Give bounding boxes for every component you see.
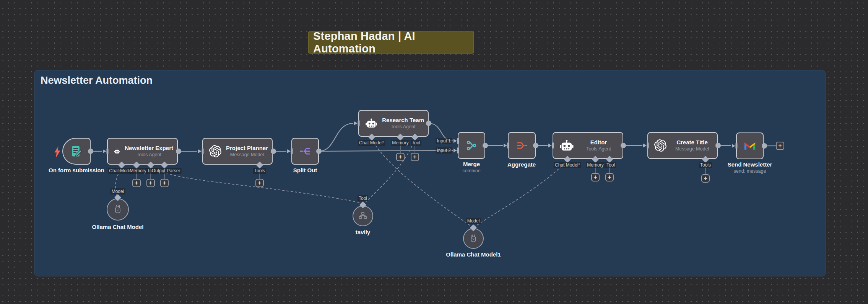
node-title: Project Planner [226, 145, 268, 152]
input-port [358, 120, 360, 126]
node-subtitle: Tools Agent [382, 124, 424, 130]
openai-icon [654, 139, 666, 152]
output-port[interactable] [715, 143, 721, 148]
robot-icon [559, 139, 574, 152]
node-subtitle: Tools Agent [579, 146, 619, 152]
node-subtitle: Message Model [671, 146, 713, 152]
add-tool-button[interactable]: + [605, 173, 614, 181]
node-project-planner[interactable]: Project Planner Message Model [202, 138, 273, 165]
input-arrow [548, 144, 552, 147]
add-tool-button[interactable]: + [146, 179, 155, 187]
add-tool-button[interactable]: + [411, 153, 419, 161]
llama-icon [468, 234, 478, 244]
input-port [457, 138, 459, 144]
node-title: Newsletter Expert [125, 145, 173, 152]
node-subtitle: Message Model [226, 152, 268, 158]
output-port[interactable] [88, 149, 93, 154]
editor-tool-chip: Tool [605, 162, 616, 168]
input-arrow [504, 144, 507, 147]
node-label-split-out: Split Out [293, 167, 317, 173]
node-editor[interactable]: Editor Tools Agent [553, 132, 623, 159]
chip-label: Chat Model [555, 162, 578, 168]
input-port [202, 148, 204, 154]
tavily-tool-chip: Tool [358, 195, 368, 201]
output-port[interactable] [176, 149, 181, 154]
connection-rt-tool-tavily[interactable] [366, 138, 415, 202]
input-arrow [454, 149, 457, 152]
add-node-button[interactable]: + [776, 142, 784, 150]
add-output-parser-button[interactable]: + [160, 179, 169, 187]
add-memory-button[interactable]: + [396, 153, 405, 161]
node-aggregate[interactable] [508, 132, 536, 159]
editor-memory-chip: Memory [586, 162, 605, 168]
connection-editor-chatmodel-ollama1[interactable] [476, 160, 567, 226]
output-port[interactable] [533, 143, 538, 148]
node-title: Create TItle [671, 139, 713, 146]
merge-input2-chip: Input 2 [436, 147, 452, 154]
robot-icon [114, 145, 120, 157]
input-arrow [732, 144, 735, 148]
output-port[interactable] [271, 149, 276, 154]
add-memory-button[interactable]: + [591, 173, 600, 181]
node-title: Editor [579, 139, 619, 146]
add-tool-button[interactable]: + [701, 174, 710, 183]
node-subtitle: Tools Agent [125, 152, 173, 158]
input-arrow [103, 149, 106, 153]
input-arrow [287, 149, 291, 153]
required-marker: * [382, 140, 384, 145]
node-label-merge: Merge [463, 161, 480, 167]
input-port [647, 142, 649, 149]
ollama-model-chip: Model [111, 188, 125, 194]
rt-memory-chip: Memory [391, 140, 410, 146]
workflow-canvas[interactable]: Stephan Hadan | AI Automation Newsletter… [0, 0, 868, 304]
input-port [107, 148, 109, 154]
output-port[interactable] [483, 143, 488, 148]
editor-chat-model-chip: Chat Model* [554, 162, 581, 168]
node-split-out[interactable] [291, 138, 319, 165]
node-label-aggregate: Aggregate [507, 161, 536, 168]
node-merge[interactable] [458, 132, 485, 159]
output-port[interactable] [316, 149, 322, 154]
aggregate-icon [515, 139, 528, 152]
add-memory-button[interactable]: + [132, 179, 141, 187]
node-ollama-chat-model1[interactable] [463, 228, 484, 249]
add-tool-button[interactable]: + [255, 179, 264, 187]
node-create-title[interactable]: Create TItle Message Model [647, 132, 718, 159]
llama-icon [112, 204, 123, 215]
output-port[interactable] [762, 143, 767, 149]
node-research-team[interactable]: Research Team Tools Agent [358, 110, 429, 137]
node-title: Research Team [382, 117, 424, 124]
node-label-ollama-chat-model1: Ollama Chat Model1 [446, 251, 501, 258]
node-on-form-submission[interactable] [62, 138, 91, 165]
required-marker: * [578, 162, 580, 168]
split-out-icon [299, 145, 312, 158]
node-newsletter-expert[interactable]: Newsletter Expert Tools Agent [107, 138, 178, 165]
node-sublabel-send-newsletter: send: message [734, 168, 766, 174]
node-send-newsletter[interactable] [736, 132, 764, 159]
input-port [736, 143, 738, 149]
input-arrow [354, 121, 358, 125]
node-tavily[interactable] [353, 206, 373, 226]
sitemap-icon [358, 211, 368, 221]
node-label-send-newsletter: Send Newsletter [728, 161, 772, 168]
node-label-tavily: tavily [356, 229, 370, 235]
ct-tools-chip: Tools [699, 162, 712, 168]
node-label-ollama-chat-model: Ollama Chat Model [92, 224, 143, 230]
output-port[interactable] [426, 121, 431, 126]
input-port [507, 142, 509, 149]
connection-split-out-merge-input2[interactable] [319, 150, 453, 151]
openai-icon [209, 145, 221, 157]
merge-input1-chip: Input 1 [436, 138, 452, 144]
gmail-icon [743, 139, 756, 152]
input-arrow [643, 144, 647, 147]
chip-label: Chat Model [359, 140, 382, 145]
connection-split-out-research-team[interactable] [319, 123, 353, 151]
input-port [457, 147, 459, 154]
output-port[interactable] [621, 143, 626, 148]
ollama1-model-chip: Model [466, 218, 481, 224]
rt-tool-chip: Tool [411, 140, 421, 146]
input-port [552, 142, 554, 149]
rt-chat-model-chip: Chat Model* [358, 140, 385, 146]
robot-icon [365, 117, 377, 129]
node-ollama-chat-model[interactable] [107, 198, 129, 221]
